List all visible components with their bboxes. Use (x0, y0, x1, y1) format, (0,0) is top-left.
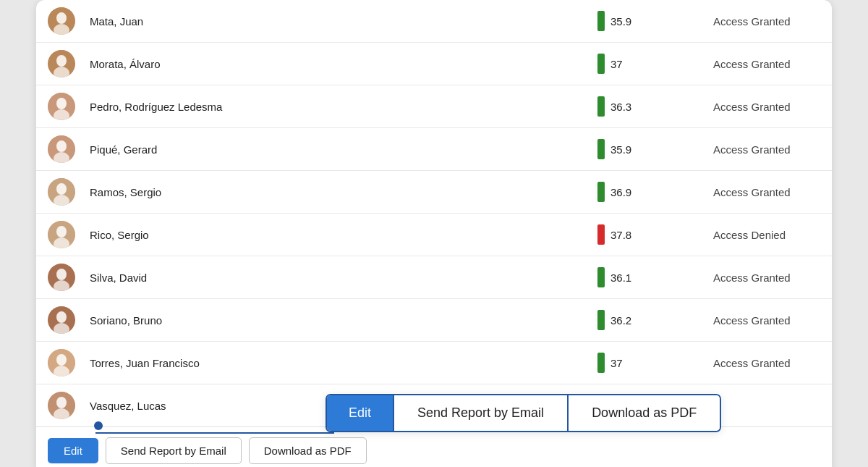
score-bar (597, 182, 605, 202)
svg-point-25 (56, 354, 67, 366)
avatar-cell (36, 384, 78, 427)
table-row: Soriano, Bruno36.2Access Granted (36, 299, 832, 342)
table-row: Silva, David36.1Access Granted (36, 256, 832, 299)
table-row: Piqué, Gerard35.9Access Granted (36, 128, 832, 171)
table-row: Morata, Álvaro37Access Granted (36, 43, 832, 85)
score-bar (597, 139, 605, 159)
table-row: Mata, Juan35.9Access Granted (36, 0, 832, 43)
status-cell: Access Granted (702, 85, 832, 128)
table-row: Torres, Juan Francisco37Access Granted (36, 342, 832, 384)
score-bar (597, 96, 605, 117)
score-value: 35.9 (610, 143, 631, 156)
avatar-cell (36, 128, 78, 171)
download-pdf-button[interactable]: Download as PDF (249, 437, 367, 464)
popup-send-button[interactable]: Send Report by Email (394, 395, 569, 431)
player-name: Torres, Juan Francisco (78, 342, 586, 384)
score-bar (597, 54, 605, 74)
score-cell: 36.3 (586, 85, 702, 128)
popup-action-box: Edit Send Report by Email Download as PD… (326, 394, 721, 432)
score-value: 36.9 (610, 186, 631, 198)
score-bar (597, 267, 605, 287)
avatar (48, 349, 75, 376)
score-cell: 36.2 (586, 299, 702, 342)
svg-point-7 (56, 98, 67, 109)
avatar (48, 306, 75, 334)
status-cell: Access Granted (702, 171, 832, 214)
avatar-cell (36, 171, 78, 214)
table-row: Rico, Sergio37.8Access Denied (36, 214, 832, 256)
score-value: 35.9 (610, 15, 631, 28)
score-value: 36.1 (610, 272, 631, 284)
score-bar (597, 11, 605, 31)
player-name: Morata, Álvaro (78, 43, 586, 85)
status-cell: Access Granted (702, 43, 832, 85)
svg-point-16 (56, 226, 67, 237)
score-value: 37 (610, 58, 623, 70)
avatar (48, 392, 75, 419)
player-name: Ramos, Sergio (78, 171, 586, 214)
svg-point-10 (56, 140, 67, 152)
avatar (48, 135, 75, 163)
score-cell: 36.9 (586, 171, 702, 214)
status-cell: Access Granted (702, 0, 832, 43)
score-cell: 35.9 (586, 128, 702, 171)
avatar (48, 221, 75, 248)
connector-dot (94, 421, 103, 430)
score-cell: 37 (586, 43, 702, 85)
score-cell: 37.8 (586, 214, 702, 256)
avatar-cell (36, 299, 78, 342)
table-container: Mata, Juan35.9Access Granted Morata, Álv… (36, 0, 832, 426)
popup-download-button[interactable]: Download as PDF (569, 395, 720, 431)
avatar-cell (36, 256, 78, 299)
main-card: Mata, Juan35.9Access Granted Morata, Álv… (36, 0, 832, 467)
connector-line (95, 432, 334, 434)
svg-point-4 (56, 55, 67, 67)
player-name: Soriano, Bruno (78, 299, 586, 342)
score-value: 36.2 (610, 314, 631, 327)
svg-point-13 (56, 183, 67, 195)
player-name: Silva, David (78, 256, 586, 299)
svg-point-19 (56, 269, 67, 280)
score-value: 37.8 (610, 229, 631, 241)
edit-button[interactable]: Edit (48, 438, 98, 463)
player-table: Mata, Juan35.9Access Granted Morata, Álv… (36, 0, 832, 426)
avatar-cell (36, 85, 78, 128)
avatar-cell (36, 342, 78, 384)
svg-point-22 (56, 311, 67, 323)
player-name: Rico, Sergio (78, 214, 586, 256)
status-cell: Access Granted (702, 256, 832, 299)
score-cell: 37 (586, 342, 702, 384)
player-name: Piqué, Gerard (78, 128, 586, 171)
score-value: 37 (610, 357, 623, 369)
score-bar (597, 310, 605, 330)
avatar-cell (36, 0, 78, 43)
avatar-cell (36, 43, 78, 85)
status-cell: Access Denied (702, 214, 832, 256)
popup-edit-button[interactable]: Edit (327, 395, 394, 431)
player-name: Mata, Juan (78, 0, 586, 43)
player-name: Pedro, Rodríguez Ledesma (78, 85, 586, 128)
status-cell: Access Granted (702, 342, 832, 384)
score-bar (597, 353, 605, 373)
avatar (48, 7, 75, 35)
svg-point-1 (56, 12, 67, 24)
score-value: 36.3 (610, 101, 631, 113)
table-row: Pedro, Rodríguez Ledesma36.3Access Grant… (36, 85, 832, 128)
score-cell: 36.1 (586, 256, 702, 299)
avatar-cell (36, 214, 78, 256)
status-cell: Access Granted (702, 128, 832, 171)
avatar (48, 178, 75, 206)
svg-point-28 (56, 397, 67, 408)
status-cell: Access Granted (702, 299, 832, 342)
table-row: Ramos, Sergio36.9Access Granted (36, 171, 832, 214)
avatar (48, 50, 75, 77)
send-report-button[interactable]: Send Report by Email (106, 437, 242, 464)
avatar (48, 93, 75, 120)
score-bar (597, 224, 605, 245)
avatar (48, 264, 75, 291)
score-cell: 35.9 (586, 0, 702, 43)
